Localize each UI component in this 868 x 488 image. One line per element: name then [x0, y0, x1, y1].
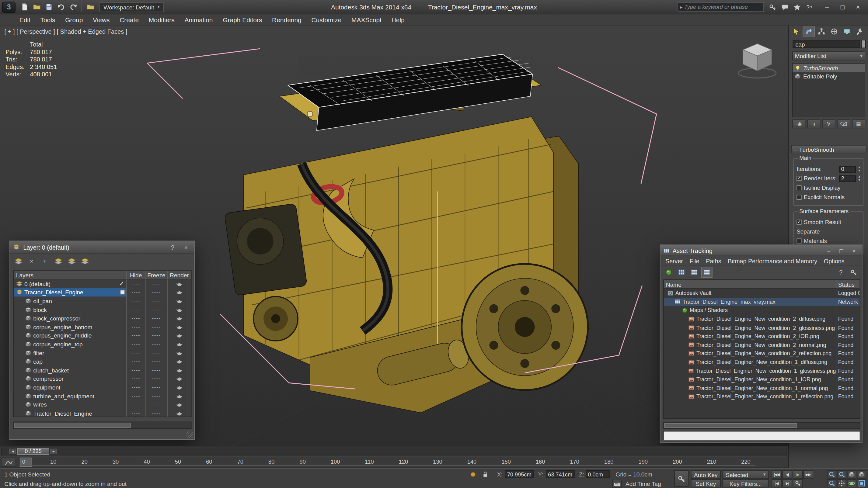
freeze-toggle[interactable]: ----: [152, 307, 161, 312]
dialog-close-button[interactable]: ×: [849, 246, 859, 255]
scrollbar-thumb[interactable]: [14, 423, 130, 427]
freeze-toggle[interactable]: ----: [152, 358, 161, 364]
hide-toggle[interactable]: ----: [131, 350, 140, 355]
menu-file[interactable]: File: [686, 258, 703, 264]
configure-modifier-sets-button[interactable]: ▤: [852, 120, 865, 128]
tab-hierarchy[interactable]: [815, 27, 828, 36]
layer-object-row[interactable]: turbine_and_equipment ---- ----: [14, 392, 191, 400]
spinner-down-icon[interactable]: ▼: [858, 178, 861, 182]
sign-in-button[interactable]: [767, 2, 778, 12]
redo-button[interactable]: [67, 2, 79, 12]
favorites-button[interactable]: [792, 2, 803, 12]
track-bar[interactable]: 0 10 20 30 40 50 60 70 80 90 100 110 120…: [0, 456, 788, 468]
layer-object-row[interactable]: compressor ---- ----: [14, 374, 191, 383]
asset-dialog-titlebar[interactable]: Asset Tracking – □ ×: [660, 245, 862, 256]
hide-toggle[interactable]: ----: [131, 324, 140, 330]
tab-utilities[interactable]: [854, 27, 866, 36]
layer-row-selected[interactable]: Tractor_Diesel_Engine ---- ----: [14, 288, 191, 296]
render-iters-value[interactable]: 2: [839, 175, 856, 182]
render-teapot-icon[interactable]: [176, 324, 183, 330]
asset-row-map[interactable]: Tractor_Diesel_Enginer_New_condition_1_g…: [664, 366, 860, 375]
freeze-toggle[interactable]: ----: [152, 385, 161, 390]
stack-item-editable-poly[interactable]: Editable Poly: [793, 72, 865, 80]
render-iters-checkbox[interactable]: ✓: [797, 176, 801, 181]
menu-customize[interactable]: Customize: [306, 15, 346, 24]
freeze-toggle[interactable]: ----: [152, 316, 161, 321]
tab-display[interactable]: [841, 27, 853, 36]
list-view-button[interactable]: [676, 267, 687, 278]
pin-stack-button[interactable]: -◉: [792, 120, 806, 128]
hide-toggle[interactable]: ----: [131, 341, 140, 347]
render-iters-spinner[interactable]: ▲▼: [858, 175, 861, 182]
view-cube[interactable]: [736, 36, 778, 81]
layer-object-row[interactable]: clutch_basket ---- ----: [14, 366, 191, 374]
layer-object-row[interactable]: corpus_engine_middle ---- ----: [14, 331, 191, 339]
y-coordinate-field[interactable]: 63.741cm: [546, 470, 575, 478]
go-to-end-button[interactable]: ▶▶|: [803, 470, 813, 479]
render-teapot-icon[interactable]: [176, 393, 183, 399]
column-name[interactable]: Name: [664, 280, 837, 288]
menu-rendering[interactable]: Rendering: [267, 15, 306, 24]
hide-toggle[interactable]: ----: [131, 333, 140, 338]
asset-help-button[interactable]: ?: [835, 267, 846, 278]
render-teapot-icon[interactable]: [176, 315, 183, 322]
previous-key-button[interactable]: ◀|: [782, 470, 792, 479]
object-name-field[interactable]: [793, 40, 860, 48]
freeze-toggle[interactable]: ----: [152, 376, 161, 381]
layer-object-row[interactable]: corpus_engine_bottom ---- ----: [14, 323, 191, 331]
hide-toggle[interactable]: ----: [131, 307, 140, 312]
render-teapot-icon[interactable]: [176, 367, 183, 373]
freeze-toggle[interactable]: ----: [152, 411, 161, 416]
zoom-all-button[interactable]: [837, 470, 846, 479]
isolate-selection-toggle[interactable]: [468, 470, 478, 479]
menu-graph-editors[interactable]: Graph Editors: [218, 15, 267, 24]
layer-object-row[interactable]: Tractor_Diesel_Engine ---- ----: [14, 409, 191, 417]
zoom-extents-all-button[interactable]: [857, 470, 866, 479]
menu-modifiers[interactable]: Modifiers: [144, 15, 180, 24]
app-logo-icon[interactable]: 3: [2, 2, 16, 12]
key-filters-button[interactable]: Key Filters...: [722, 479, 769, 487]
detail-view-button[interactable]: [688, 267, 700, 278]
freeze-toggle[interactable]: ----: [152, 367, 161, 373]
isoline-display-checkbox[interactable]: ✓: [797, 186, 801, 190]
asset-row-map[interactable]: Tractor_Diesel_Engine_New_condition_2_IO…: [664, 332, 860, 340]
asset-row-vault[interactable]: Autodesk Vault Logged Out: [664, 289, 860, 297]
render-teapot-icon[interactable]: [176, 358, 183, 365]
turbosmooth-rollout-header[interactable]: - TurboSmooth: [791, 145, 866, 153]
layer-checkbox[interactable]: [120, 290, 125, 295]
render-teapot-icon[interactable]: [176, 289, 183, 296]
menu-paths[interactable]: Paths: [703, 258, 724, 264]
refresh-table-button[interactable]: [663, 267, 674, 278]
zoom-tool-button[interactable]: [827, 470, 836, 479]
asset-row-map[interactable]: Tractor_Diesel_Enginer_New_condition_1_I…: [664, 375, 860, 384]
field-of-view-button[interactable]: [827, 479, 836, 487]
communication-center-button[interactable]: [779, 2, 790, 12]
render-teapot-icon[interactable]: [176, 306, 183, 313]
freeze-toggle[interactable]: ----: [152, 350, 161, 355]
render-teapot-icon[interactable]: [176, 375, 183, 382]
horizontal-scrollbar[interactable]: [13, 422, 192, 429]
menu-server[interactable]: Server: [662, 258, 686, 264]
time-slider-track[interactable]: ◂ 0 / 225 ▸: [1, 447, 787, 455]
set-key-mode-button[interactable]: [674, 470, 688, 487]
menu-edit[interactable]: Edit: [14, 15, 35, 24]
add-to-layer-button[interactable]: +: [39, 256, 50, 267]
highlight-layer-button[interactable]: [79, 256, 90, 267]
asset-row-map[interactable]: Tractor_Diesel_Engine_New_condition_2_gl…: [664, 323, 860, 332]
freeze-toggle[interactable]: ----: [152, 393, 161, 399]
pan-view-button[interactable]: [837, 479, 846, 487]
workspace-selector[interactable]: Workspace: Default ▾: [99, 2, 164, 12]
layer-row-default[interactable]: 0 (default)✓ ---- ----: [14, 280, 191, 288]
set-key-button[interactable]: Set Key: [691, 479, 721, 487]
tab-motion[interactable]: [828, 27, 840, 36]
modifier-list-dropdown[interactable]: Modifier List ▾: [792, 52, 865, 60]
asset-row-maps[interactable]: Maps / Shaders: [664, 306, 860, 315]
tab-create[interactable]: [790, 27, 802, 36]
menu-animation[interactable]: Animation: [180, 15, 218, 24]
hide-toggle[interactable]: ----: [131, 316, 140, 321]
freeze-toggle[interactable]: ----: [152, 298, 161, 304]
remove-modifier-button[interactable]: ⌫: [837, 120, 850, 128]
hide-toggle[interactable]: ----: [131, 289, 140, 295]
hide-toggle[interactable]: ----: [131, 298, 140, 304]
maximize-button[interactable]: □: [835, 2, 850, 12]
